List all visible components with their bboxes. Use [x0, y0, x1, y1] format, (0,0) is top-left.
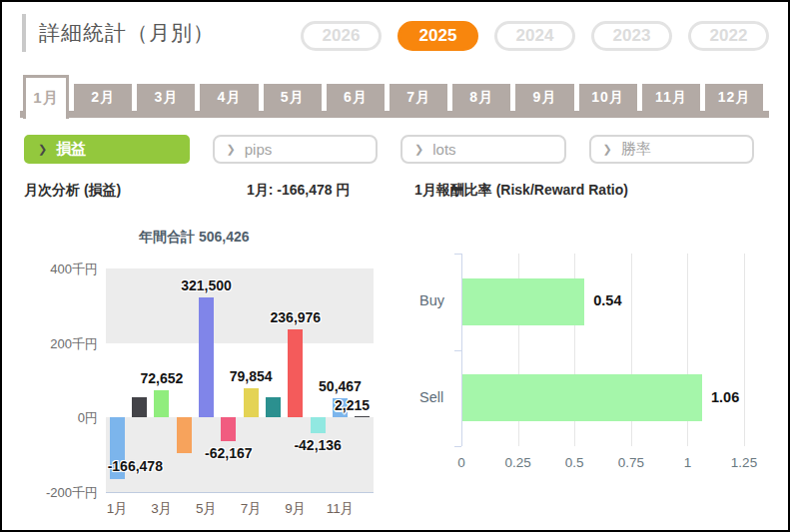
- year-pill-2025[interactable]: 2025: [397, 21, 478, 51]
- month-profit-value: 1月: -166,478 円: [247, 182, 351, 200]
- bar-9月[interactable]: [288, 329, 303, 417]
- x-axis-label: 5月: [196, 500, 217, 518]
- year-pill-2022[interactable]: 2022: [688, 21, 769, 51]
- bar-4月[interactable]: [177, 417, 192, 453]
- bar-buy[interactable]: [462, 278, 584, 325]
- category-label-buy: Buy: [419, 292, 444, 308]
- filter-label: 損益: [56, 140, 86, 159]
- x-tick-label: 1: [684, 455, 692, 470]
- x-tick-label: 0.75: [618, 455, 644, 470]
- month-tab-10月[interactable]: 10月: [579, 84, 637, 111]
- bar-value-label: -42,136: [294, 437, 341, 453]
- x-axis-label: 7月: [241, 500, 262, 518]
- filter-pips-button[interactable]: ❯pips: [213, 135, 379, 164]
- axis-tick: [454, 254, 461, 255]
- bar-value-label: -62,167: [205, 445, 252, 461]
- month-tab-11月[interactable]: 11月: [642, 84, 700, 111]
- bar-7月[interactable]: [244, 388, 259, 418]
- bar-8月[interactable]: [266, 397, 281, 417]
- month-tabbar: 1月2月3月4月5月6月7月8月9月10月11月12月: [20, 78, 769, 119]
- bar-5月[interactable]: [199, 297, 214, 417]
- axis-tick: [454, 350, 461, 351]
- metric-filter-row: ❯損益❯pips❯lots❯勝率: [24, 135, 754, 164]
- x-tick-label: 0: [457, 455, 465, 470]
- x-axis-label: 3月: [151, 500, 172, 518]
- filter-label: 勝率: [621, 140, 651, 159]
- month-tab-8月[interactable]: 8月: [452, 84, 510, 111]
- chevron-right-icon: ❯: [414, 143, 423, 156]
- month-tab-9月[interactable]: 9月: [515, 84, 573, 111]
- plot-band: [106, 268, 374, 343]
- bar-6月[interactable]: [221, 417, 236, 440]
- axis-tick: [454, 446, 461, 447]
- bar-value-label: 50,467: [319, 378, 362, 394]
- detail-stats-panel: 詳細統計（月別） 20262025202420232022 1月2月3月4月5月…: [0, 0, 790, 532]
- bar-12月[interactable]: [355, 416, 370, 417]
- bar-value-label: 72,652: [140, 370, 183, 386]
- chevron-right-icon: ❯: [38, 143, 47, 156]
- bar-value-label: 321,500: [181, 277, 232, 293]
- month-tab-3月[interactable]: 3月: [137, 84, 195, 111]
- page-header: 詳細統計（月別）: [22, 14, 215, 52]
- bar-value-label: 236,976: [271, 309, 322, 325]
- monthly-analysis-title: 月次分析 (損益): [24, 182, 121, 200]
- filter-label: lots: [432, 141, 455, 158]
- x-axis-label: 1月: [107, 500, 128, 518]
- bar-sell[interactable]: [462, 374, 702, 421]
- month-tab-6月[interactable]: 6月: [327, 84, 385, 111]
- x-axis-label: 11月: [327, 500, 355, 518]
- category-label-sell: Sell: [419, 389, 443, 405]
- month-tab-1月[interactable]: 1月: [23, 75, 69, 119]
- month-tab-2月[interactable]: 2月: [74, 84, 132, 111]
- year-selector: 20262025202420232022: [301, 21, 769, 51]
- bar-10月[interactable]: [311, 417, 326, 433]
- filter-profit-button[interactable]: ❯損益: [24, 135, 190, 164]
- bar-value-label: 1.06: [711, 389, 739, 405]
- chevron-right-icon: ❯: [227, 143, 236, 156]
- year-pill-2023[interactable]: 2023: [591, 21, 672, 51]
- title-accent-bar: [22, 14, 26, 52]
- bar-3月[interactable]: [154, 390, 169, 417]
- y-axis-label: 0円: [22, 409, 98, 427]
- monthly-profit-plot-area: -166,4781月72,6523月321,5005月-62,16779,854…: [106, 268, 374, 492]
- filter-winrate-button[interactable]: ❯勝率: [589, 135, 755, 164]
- risk-reward-chart: 00.250.50.7511.25Buy0.54Sell1.06: [411, 250, 783, 484]
- x-tick-label: 0.5: [565, 455, 584, 470]
- month-tab-5月[interactable]: 5月: [264, 84, 322, 111]
- x-axis-label: 9月: [285, 500, 306, 518]
- year-pill-2024[interactable]: 2024: [494, 21, 575, 51]
- month-tab-4月[interactable]: 4月: [200, 84, 258, 111]
- y-axis-label: -200千円: [22, 484, 98, 502]
- chevron-right-icon: ❯: [603, 143, 612, 156]
- month-tab-baseline: [20, 111, 769, 118]
- gridline: [744, 254, 745, 446]
- annual-total-title: 年間合計 506,426: [139, 229, 250, 247]
- month-tab-12月[interactable]: 12月: [705, 84, 763, 111]
- bar-value-label: 79,854: [230, 368, 273, 384]
- section-header-row: 月次分析 (損益) 1月: -166,478 円 1月報酬比率 (Risk/Re…: [2, 182, 788, 200]
- bar-value-label: -166,478: [108, 458, 163, 474]
- page-title: 詳細統計（月別）: [39, 19, 215, 47]
- filter-label: pips: [245, 141, 273, 158]
- month-tab-7月[interactable]: 7月: [390, 84, 447, 111]
- monthly-profit-chart: 年間合計 506,426 -166,4781月72,6523月321,5005月…: [22, 227, 394, 526]
- x-tick-label: 0.25: [504, 455, 530, 470]
- risk-reward-title: 1月報酬比率 (Risk/Reward Ratio): [414, 182, 628, 200]
- year-pill-2026[interactable]: 2026: [301, 21, 382, 51]
- y-axis-label: 200千円: [22, 335, 98, 353]
- filter-lots-button[interactable]: ❯lots: [400, 135, 566, 164]
- month-tabs: 1月2月3月4月5月6月7月8月9月10月11月12月: [23, 78, 763, 111]
- y-axis-label: 400千円: [22, 261, 98, 278]
- bar-value-label: 0.54: [593, 292, 621, 308]
- bar-2月[interactable]: [132, 397, 147, 418]
- x-tick-label: 1.25: [731, 455, 757, 470]
- bar-value-label: 2,215: [335, 397, 370, 413]
